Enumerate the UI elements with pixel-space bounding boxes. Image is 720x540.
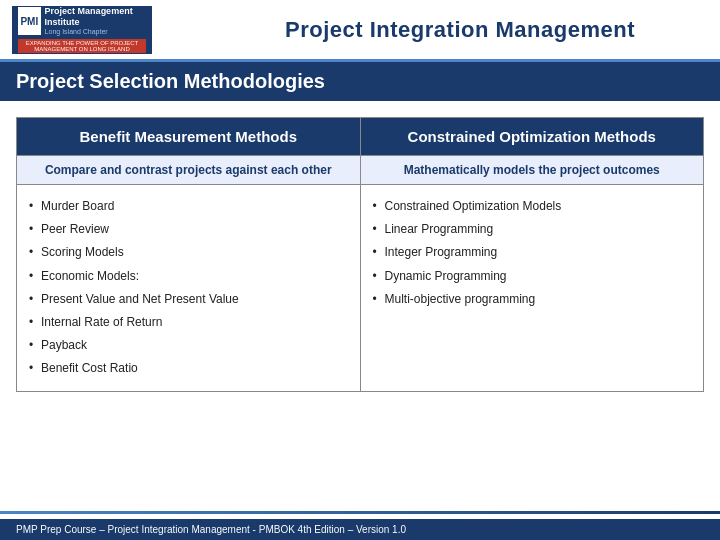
list-item: Benefit Cost Ratio <box>29 357 348 380</box>
col1-subtitle: Compare and contrast projects against ea… <box>17 156 361 185</box>
footer-accent <box>0 511 720 514</box>
footer: PMP Prep Course – Project Integration Ma… <box>0 519 720 540</box>
list-item: Integer Programming <box>373 241 692 264</box>
page-title-bar: Project Selection Methodologies <box>0 62 720 101</box>
col2-subtitle: Mathematically models the project outcom… <box>360 156 704 185</box>
col1-content: Murder Board Peer Review Scoring Models … <box>17 185 361 392</box>
pmi-institute-name: Project Management Institute <box>45 6 146 28</box>
page-title: Project Selection Methodologies <box>16 70 704 93</box>
list-item: Present Value and Net Present Value <box>29 288 348 311</box>
list-item: Multi-objective programming <box>373 288 692 311</box>
logo-box: PMI Project Management Institute Long Is… <box>12 6 212 54</box>
col2-header: Constrained Optimization Methods <box>360 118 704 156</box>
methods-table: Benefit Measurement Methods Constrained … <box>16 117 704 392</box>
pmi-text: Project Management Institute Long Island… <box>45 6 146 36</box>
pmi-logo: PMI Project Management Institute Long Is… <box>12 6 152 54</box>
col1-header: Benefit Measurement Methods <box>17 118 361 156</box>
list-item: Economic Models: <box>29 265 348 288</box>
list-item: Peer Review <box>29 218 348 241</box>
pmi-tagline: EXPANDING THE POWER OF PROJECT MANAGEMEN… <box>18 39 146 53</box>
list-item: Murder Board <box>29 195 348 218</box>
content-row: Murder Board Peer Review Scoring Models … <box>17 185 704 392</box>
pmi-chapter-name: Long Island Chapter <box>45 28 146 36</box>
main-content: Benefit Measurement Methods Constrained … <box>0 101 720 402</box>
header: PMI Project Management Institute Long Is… <box>0 0 720 62</box>
footer-text: PMP Prep Course – Project Integration Ma… <box>16 524 406 535</box>
list-item: Payback <box>29 334 348 357</box>
list-item: Scoring Models <box>29 241 348 264</box>
list-item: Constrained Optimization Models <box>373 195 692 218</box>
list-item: Dynamic Programming <box>373 265 692 288</box>
list-item: Linear Programming <box>373 218 692 241</box>
list-item: Internal Rate of Return <box>29 311 348 334</box>
header-title: Project Integration Management <box>212 17 708 43</box>
subtitle-row: Compare and contrast projects against ea… <box>17 156 704 185</box>
pmi-square: PMI <box>18 7 41 35</box>
col2-content: Constrained Optimization Models Linear P… <box>360 185 704 392</box>
benefit-list: Murder Board Peer Review Scoring Models … <box>29 195 348 381</box>
constrained-list: Constrained Optimization Models Linear P… <box>373 195 692 311</box>
